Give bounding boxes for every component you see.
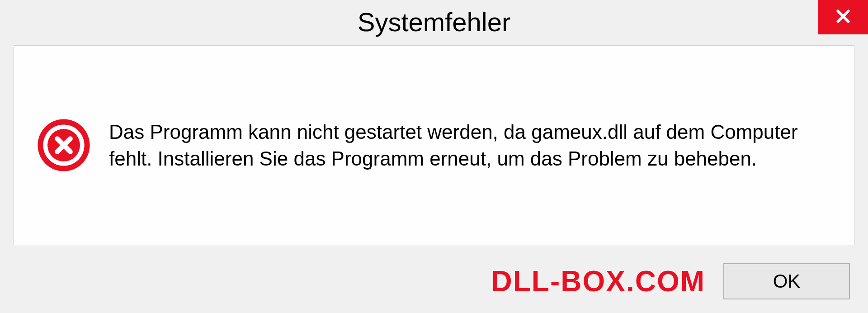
close-button[interactable] xyxy=(818,0,868,34)
close-icon xyxy=(834,7,852,27)
footer: DLL-BOX.COM OK xyxy=(0,254,868,313)
error-icon xyxy=(37,118,91,172)
ok-button-label: OK xyxy=(773,270,801,292)
watermark-text: DLL-BOX.COM xyxy=(491,265,706,298)
error-message: Das Programm kann nicht gestartet werden… xyxy=(109,119,831,172)
dialog-title: Systemfehler xyxy=(358,7,510,37)
content-area: Das Programm kann nicht gestartet werden… xyxy=(14,45,854,245)
error-dialog: Systemfehler Das Programm kann nicht ges… xyxy=(0,0,868,313)
ok-button[interactable]: OK xyxy=(723,263,850,299)
titlebar: Systemfehler xyxy=(0,0,868,41)
